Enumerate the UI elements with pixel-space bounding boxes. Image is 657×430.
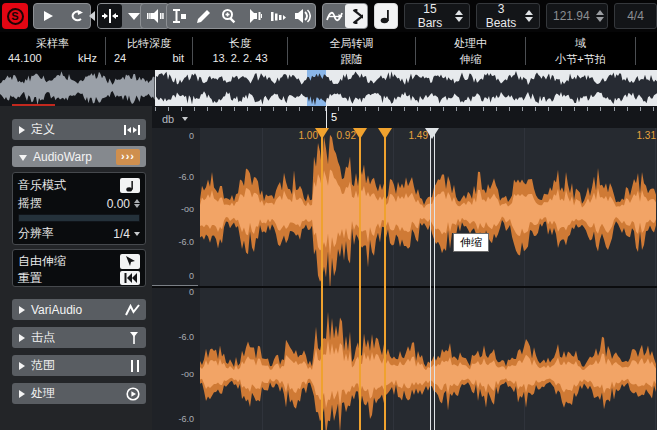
warp-marker-line[interactable]: [359, 128, 361, 430]
quantize-note-button[interactable]: [374, 3, 398, 29]
manual-adjust-icon: [124, 124, 140, 136]
warp-marker-label: 1.49: [409, 130, 428, 141]
speaker-output-button[interactable]: [290, 4, 315, 28]
free-warp-row: 自由伸缩: [13, 252, 145, 270]
ruler-tick: [378, 107, 379, 111]
ruler-tick: [600, 107, 601, 111]
level-scale-menu[interactable]: db: [162, 113, 188, 125]
ruler-tick: [483, 107, 484, 111]
snap-button-group: [322, 3, 368, 29]
info-value[interactable]: 24: [114, 52, 126, 64]
reset-row: 重置: [13, 270, 145, 286]
timeline-ruler[interactable]: 5: [152, 106, 657, 128]
warp-marker-line[interactable]: [430, 128, 431, 430]
variaudio-icon: [125, 304, 140, 316]
collapse-left-icon[interactable]: [89, 11, 95, 21]
bars-spinner[interactable]: 15 Bars: [404, 3, 470, 29]
beats-spinner[interactable]: 3 Beats: [476, 3, 540, 29]
pencil-tool-button[interactable]: [192, 4, 217, 28]
section-label: 范围: [31, 357, 55, 374]
section-definition[interactable]: 定义: [12, 119, 146, 140]
info-length: 长度 13. 2. 2. 43: [193, 36, 287, 68]
ruler-tick: [155, 107, 156, 111]
ruler-tick: [404, 107, 405, 111]
musical-mode-button[interactable]: [120, 178, 140, 193]
ruler-tick: [443, 107, 444, 111]
overview-waveform-image: [0, 70, 657, 106]
waveform-editor[interactable]: 5 db 0-6.0-oo-6.000-6.0-oo-6.0 1.000.921…: [152, 106, 657, 430]
level-meter-button[interactable]: [266, 4, 291, 28]
section-audiowarp[interactable]: AudioWarp ›››: [12, 146, 146, 167]
resolution-dropdown-icon[interactable]: [134, 232, 140, 236]
play-button[interactable]: [34, 4, 62, 28]
beats-spinner-arrows-icon[interactable]: [525, 10, 533, 22]
ruler-tick: [299, 107, 300, 111]
warp-marker-layer: 1.000.921.491.31: [152, 128, 657, 430]
swing-label: 摇摆: [18, 195, 42, 212]
inspector-sidebar: 定义 AudioWarp ››› 音乐模式 摇摆 0.00: [0, 106, 152, 430]
warp-marker-line[interactable]: [434, 128, 435, 430]
ruler-tick: [653, 107, 654, 111]
tempo-value: 121.94: [553, 9, 590, 23]
section-process[interactable]: 处理: [12, 383, 146, 404]
swing-value[interactable]: 0.00: [107, 197, 130, 211]
db-unit-label: db: [162, 113, 174, 125]
swing-slider[interactable]: [18, 214, 140, 222]
zoom-tool-button[interactable]: [216, 4, 241, 28]
scrub-tool-button[interactable]: [241, 4, 266, 28]
time-signature-field[interactable]: 4/4: [614, 3, 657, 29]
ruler-tick: [587, 107, 588, 111]
warp-marker-line[interactable]: [384, 128, 386, 430]
reset-button[interactable]: [120, 271, 140, 285]
waveform-overview[interactable]: [0, 70, 657, 106]
info-domain: 域 小节+节拍: [526, 36, 635, 68]
free-warp-tool-button[interactable]: [98, 4, 122, 28]
sample-editor-window: S: [0, 0, 657, 430]
swing-row: 摇摆 0.00: [13, 195, 145, 212]
resolution-value[interactable]: 1/4: [113, 227, 130, 241]
info-label: 比特深度: [106, 36, 192, 51]
info-value[interactable]: 跟随: [288, 52, 415, 67]
ruler-tick: [535, 107, 536, 111]
section-range[interactable]: 范围: [12, 355, 146, 376]
tool-button-group: [166, 3, 316, 29]
info-value[interactable]: 13. 2. 2. 43: [193, 52, 287, 64]
ruler-tick: [469, 107, 470, 111]
ruler-tick: [627, 107, 628, 111]
section-label: 击点: [31, 329, 55, 346]
bars-spinner-arrows-icon[interactable]: [455, 10, 463, 22]
ruler-tick: [574, 107, 575, 111]
section-variaudio[interactable]: VariAudio: [12, 299, 146, 320]
audiowarp-expand-button[interactable]: ›››: [116, 149, 140, 165]
ruler-tick: [548, 107, 549, 111]
ruler-tick: [509, 107, 510, 111]
range-selection-tool-button[interactable]: [167, 4, 192, 28]
swing-spinner-icon[interactable]: [134, 199, 140, 208]
musical-mode-label: 音乐模式: [18, 177, 66, 194]
warp-marker-handle-icon[interactable]: [378, 128, 392, 139]
info-unit: bit: [172, 52, 184, 64]
info-processing: 处理中 伸缩: [416, 36, 525, 68]
info-value[interactable]: 小节+节拍: [526, 52, 635, 67]
warp-marker-line[interactable]: [321, 128, 323, 430]
ruler-tick: [260, 107, 261, 111]
info-value[interactable]: 伸缩: [416, 52, 525, 67]
loop-button[interactable]: [62, 4, 90, 28]
snap-button[interactable]: [345, 4, 367, 28]
expand-arrow-icon: [19, 362, 25, 370]
tempo-spinner[interactable]: 121.94: [546, 3, 608, 29]
snap-zero-crossing-button[interactable]: [323, 4, 345, 28]
info-value[interactable]: 44.100: [8, 52, 42, 64]
ruler-tick: [207, 107, 208, 111]
section-hitpoints[interactable]: 击点: [12, 327, 146, 348]
free-warp-button[interactable]: [120, 254, 140, 269]
steinberg-logo-icon[interactable]: S: [2, 3, 28, 29]
info-bit-depth: 比特深度 24 bit: [106, 36, 192, 68]
tempo-spinner-arrows-icon: [596, 10, 604, 22]
ruler-tick: [522, 107, 523, 111]
bar-line: [326, 106, 327, 128]
collapse-arrow-icon: [19, 155, 27, 161]
resolution-label: 分辨率: [18, 225, 54, 242]
info-global-transpose: 全局转调 跟随: [288, 36, 415, 68]
process-icon: [126, 387, 140, 401]
